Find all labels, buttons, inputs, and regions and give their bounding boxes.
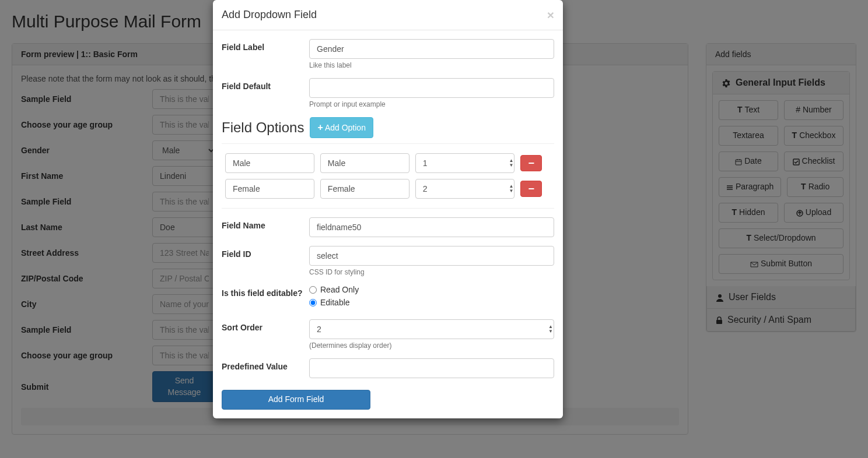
option-label-input[interactable]	[225, 153, 314, 173]
editable-radio[interactable]: Editable	[309, 298, 554, 307]
option-value-input[interactable]	[320, 179, 410, 199]
option-label-input[interactable]	[225, 179, 314, 199]
modal-title: Add Dropdown Field	[222, 9, 317, 21]
sort-order-lbl: Sort Order	[222, 319, 309, 350]
sort-order-input[interactable]	[309, 319, 554, 339]
remove-option-button[interactable]: −	[520, 155, 542, 171]
field-default-help: Prompt or input example	[309, 100, 554, 108]
field-name-input[interactable]	[309, 217, 554, 237]
option-row: ▲▼−	[223, 151, 553, 175]
add-form-field-button[interactable]: Add Form Field	[222, 390, 370, 410]
field-label-input[interactable]	[309, 39, 554, 59]
field-name-lbl: Field Name	[222, 217, 309, 237]
field-id-lbl: Field ID	[222, 246, 309, 276]
field-default-lbl: Field Default	[222, 78, 309, 108]
option-order-spinner[interactable]: ▲▼	[509, 180, 513, 198]
close-icon[interactable]: ×	[547, 9, 554, 21]
predef-input[interactable]	[309, 358, 554, 378]
add-option-button[interactable]: + Add Option	[310, 117, 373, 138]
readonly-radio[interactable]: Read Only	[309, 285, 554, 294]
add-dropdown-modal: Add Dropdown Field × Field Label Like th…	[213, 0, 563, 418]
option-order-input[interactable]	[415, 179, 515, 199]
field-default-input[interactable]	[309, 78, 554, 98]
field-options-heading: Field Options	[222, 119, 304, 136]
remove-option-button[interactable]: −	[520, 181, 542, 197]
field-label-lbl: Field Label	[222, 39, 309, 69]
option-order-input[interactable]	[415, 153, 515, 173]
option-order-spinner[interactable]: ▲▼	[509, 154, 513, 172]
field-label-help: Like this label	[309, 61, 554, 69]
option-value-input[interactable]	[320, 153, 410, 173]
predef-lbl: Predefined Value	[222, 358, 309, 378]
sort-spinner[interactable]: ▲▼	[548, 320, 553, 338]
field-id-help: CSS ID for styling	[309, 268, 554, 276]
sort-help: (Determines display order)	[309, 341, 554, 350]
field-id-input[interactable]	[309, 246, 554, 266]
editable-lbl: Is this field editable?	[222, 285, 309, 311]
option-row: ▲▼−	[223, 177, 553, 201]
